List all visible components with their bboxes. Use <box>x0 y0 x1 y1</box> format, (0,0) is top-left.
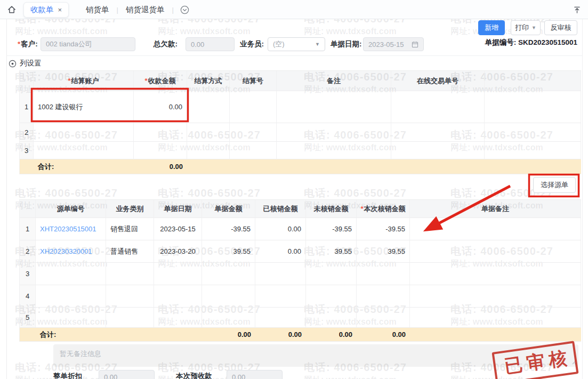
select-source-button[interactable]: 选择源单 <box>533 177 576 193</box>
tab-separator: | <box>172 6 173 14</box>
source-doc-link[interactable]: XH20230320001 <box>36 240 106 263</box>
tab-sales-order[interactable]: 销货单 <box>78 5 117 15</box>
table-cell[interactable] <box>202 285 255 308</box>
table-cell[interactable] <box>391 123 485 142</box>
table-cell[interactable] <box>277 142 391 159</box>
row-number: 4 <box>20 285 36 308</box>
table-cell[interactable]: 0.00 <box>255 218 306 240</box>
table-cell[interactable] <box>154 285 202 308</box>
column-header: 业务类别 <box>106 200 154 218</box>
column-header: 已核销金额 <box>255 200 306 218</box>
column-settings-icon <box>9 60 17 68</box>
table-cell[interactable] <box>106 308 154 328</box>
table-cell[interactable] <box>202 263 255 285</box>
table-cell[interactable] <box>36 308 106 328</box>
table-cell[interactable]: 0.00 <box>255 240 306 263</box>
table-cell[interactable] <box>410 218 581 240</box>
table-cell[interactable] <box>485 123 581 142</box>
table-cell[interactable] <box>202 308 255 328</box>
total-label: 合计: <box>36 328 106 342</box>
row-number: 1 <box>20 218 36 240</box>
column-settings-button[interactable]: 列设置 <box>9 59 42 68</box>
table-cell[interactable] <box>255 263 306 285</box>
table-cell[interactable] <box>187 91 230 123</box>
watermark-phone: 电话: 4006-6500-27 <box>158 186 261 200</box>
table-cell[interactable]: 39.55 <box>306 240 357 263</box>
salesman-value: (空) <box>273 39 285 49</box>
table-cell[interactable] <box>230 91 277 123</box>
table-cell[interactable]: 1002 建设银行 <box>34 91 134 123</box>
table-cell[interactable] <box>134 123 187 142</box>
total-label: 合计: <box>34 159 134 174</box>
unapprove-button[interactable]: 反审核 <box>544 20 577 35</box>
salesman-select[interactable]: (空) ▼ <box>268 37 325 51</box>
table-cell[interactable] <box>485 142 581 159</box>
table-cell[interactable] <box>357 285 410 308</box>
table-cell[interactable]: 2023-05-15 <box>154 218 202 240</box>
table-cell[interactable] <box>34 142 134 159</box>
total-value: 0.00 <box>202 328 255 342</box>
table-cell[interactable]: -39.55 <box>357 218 410 240</box>
table-cell[interactable] <box>306 263 357 285</box>
table-cell[interactable] <box>255 308 306 328</box>
table-cell[interactable] <box>306 308 357 328</box>
print-button[interactable]: 打印 ▼ <box>511 20 541 35</box>
table-cell[interactable] <box>410 308 581 328</box>
table-cell[interactable]: 0.00 <box>134 91 187 123</box>
table-cell[interactable] <box>154 263 202 285</box>
table-cell[interactable] <box>36 285 106 308</box>
total-row: 合计:0.000.000.000.00 <box>20 328 581 342</box>
table-cell[interactable] <box>134 142 187 159</box>
column-header: *收款金额 <box>134 71 187 91</box>
tab-sales-return[interactable]: 销货退货单 <box>118 5 172 15</box>
table-cell[interactable] <box>277 91 391 123</box>
home-button[interactable] <box>5 3 18 16</box>
chevron-down-circle-icon <box>180 5 189 14</box>
table-cell[interactable] <box>391 91 485 123</box>
table-cell[interactable] <box>36 263 106 285</box>
collapse-top-button[interactable] <box>571 4 583 15</box>
table-cell[interactable] <box>410 285 581 308</box>
column-header: 备注 <box>277 71 391 91</box>
table-cell[interactable] <box>154 308 202 328</box>
table-cell[interactable]: -39.55 <box>306 218 357 240</box>
table-cell[interactable] <box>230 142 277 159</box>
table-cell[interactable]: 39.55 <box>357 240 410 263</box>
table-cell[interactable] <box>357 308 410 328</box>
table-cell[interactable] <box>230 123 277 142</box>
order-discount-field: 0.00 <box>99 370 155 379</box>
close-icon[interactable]: × <box>58 6 62 13</box>
table-cell[interactable] <box>106 285 154 308</box>
total-row-corner <box>20 328 36 342</box>
prepay-field: 0.00 <box>227 370 283 379</box>
receipt-doc-page: 电话: 4006-6500-27网址: www.tdxsoft.com电话: 4… <box>0 0 588 379</box>
table-cell[interactable]: 销售退回 <box>106 218 154 240</box>
table-cell[interactable] <box>187 142 230 159</box>
table-cell[interactable]: 普通销售 <box>106 240 154 263</box>
table-cell[interactable]: 39.55 <box>202 240 255 263</box>
table-cell[interactable]: 2023-03-20 <box>154 240 202 263</box>
home-icon <box>7 5 17 14</box>
table-cell[interactable] <box>485 91 581 123</box>
table-cell[interactable] <box>277 123 391 142</box>
add-button[interactable]: 新增 <box>478 20 505 35</box>
table-cell[interactable] <box>255 285 306 308</box>
table-cell[interactable] <box>306 285 357 308</box>
total-value <box>106 328 154 342</box>
table-cell[interactable] <box>34 123 134 142</box>
table-cell[interactable] <box>187 123 230 142</box>
row-number: 1 <box>20 91 34 123</box>
table-cell[interactable] <box>410 240 581 263</box>
tab-receipt[interactable]: 收款单 × <box>23 2 69 18</box>
table-cell[interactable] <box>106 263 154 285</box>
total-value <box>187 159 230 174</box>
table-cell[interactable]: -39.55 <box>202 218 255 240</box>
header-row: *结算账户*收款金额结算方式结算号备注在线交易单号 <box>20 71 581 91</box>
total-value <box>391 159 485 174</box>
customer-label: *客户: <box>18 37 38 51</box>
tab-list-dropdown[interactable] <box>180 5 189 14</box>
table-cell[interactable] <box>391 142 485 159</box>
table-cell[interactable] <box>357 263 410 285</box>
source-doc-link[interactable]: XHT20230515001 <box>36 218 106 240</box>
table-cell[interactable] <box>410 263 581 285</box>
